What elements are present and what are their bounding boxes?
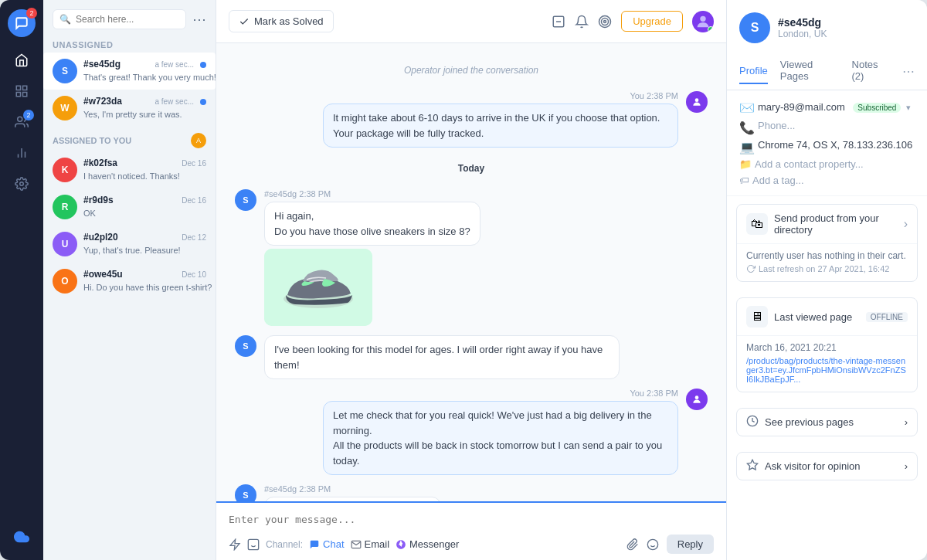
search-box[interactable]: 🔍 — [53, 9, 186, 29]
conv-name: #k02fsa — [83, 158, 117, 168]
more-options-button[interactable]: ⋯ — [192, 11, 206, 28]
see-previous-pages-button[interactable]: See previous pages › — [737, 409, 917, 436]
conv-name: #u2pl20 — [83, 232, 118, 243]
message-bubble: I've been looking for this model for age… — [264, 335, 620, 379]
conv-item-se45dg[interactable]: S #se45dg a few sec... That's great! Tha… — [43, 53, 216, 90]
phone-placeholder[interactable]: Phone... — [758, 120, 795, 131]
svg-point-14 — [700, 15, 705, 21]
system-message: Operator joined the conversation — [235, 65, 708, 76]
last-viewed-link[interactable]: /product/bag/products/the-vintage-messen… — [746, 356, 908, 384]
clock-icon — [746, 415, 759, 429]
message-input[interactable] — [229, 511, 714, 531]
message-content: #se45dg 2:38 PM Hi again,Do you have tho… — [264, 189, 480, 326]
conv-item-owe45u[interactable]: O #owe45u Dec 10 Hi. Do you have this gr… — [43, 263, 216, 300]
ask-opinion-card[interactable]: Ask visitor for opinion › — [736, 452, 918, 480]
emoji-panel-button[interactable] — [247, 538, 260, 551]
message-group: You 2:38 PM Let me check that for you re… — [235, 389, 708, 475]
message-content: You 2:38 PM Let me check that for you re… — [323, 389, 678, 475]
tab-notes[interactable]: Notes (2) — [852, 53, 890, 90]
add-contact-property-button[interactable]: 📁 Add a contact property... — [739, 158, 915, 170]
ask-opinion-row: Ask visitor for opinion — [746, 459, 861, 473]
assigned-avatar: A — [191, 133, 206, 148]
conv-time: Dec 12 — [182, 233, 206, 242]
online-status-dot — [708, 26, 714, 32]
conv-message: I haven't noticed. Thanks! — [83, 171, 180, 181]
send-product-card: 🛍 Send product from your directory › Cur… — [736, 204, 918, 282]
tab-more-button[interactable]: ⋯ — [902, 64, 915, 79]
conv-item-r9d9s[interactable]: R #r9d9s Dec 16 OK — [43, 188, 216, 226]
sidebar-item-home[interactable] — [8, 46, 36, 74]
message-bubble: Hi again,Do you have those olive sneaker… — [264, 202, 480, 246]
message-avatar — [686, 389, 708, 410]
svg-rect-2 — [23, 93, 27, 97]
profile-name: #se45dg — [778, 16, 827, 29]
sidebar-item-contacts[interactable]: 2 — [8, 108, 36, 136]
attachment-button[interactable] — [626, 538, 639, 551]
channel-label: Channel: — [266, 539, 303, 550]
search-input[interactable] — [76, 14, 179, 25]
svg-point-13 — [604, 20, 606, 22]
message-avatar — [686, 91, 708, 113]
channel-chat[interactable]: Chat — [309, 538, 344, 550]
send-product-card-header[interactable]: 🛍 Send product from your directory › — [737, 205, 917, 243]
svg-rect-0 — [16, 86, 20, 90]
tab-profile[interactable]: Profile — [739, 59, 768, 84]
chevron-right-icon: › — [905, 460, 908, 472]
header-search-button[interactable] — [552, 15, 565, 29]
svg-rect-1 — [23, 86, 27, 90]
conv-item-k02fsa[interactable]: K #k02fsa Dec 16 I haven't noticed. Than… — [43, 151, 216, 188]
sidebar-logo[interactable]: 2 — [8, 9, 36, 37]
star-icon — [746, 459, 759, 471]
message-header: #se45dg 2:38 PM — [264, 484, 441, 494]
last-viewed-card-header[interactable]: 🖥 Last viewed page OFFLINE — [737, 298, 917, 335]
mark-solved-button[interactable]: Mark as Solved — [229, 10, 334, 32]
email-value: mary-89@mail.com — [758, 101, 845, 113]
conv-name: #w723da — [83, 96, 122, 107]
message-content: #se45dg 2:38 PM That's great! Thank you … — [264, 484, 441, 501]
conv-info: #k02fsa Dec 16 I haven't noticed. Thanks… — [83, 158, 206, 182]
chat-channel-icon — [309, 539, 320, 550]
messenger-channel-label: Messenger — [409, 538, 459, 550]
email-channel-icon — [351, 539, 362, 550]
cart-empty-text: Currently user has nothing in their cart… — [746, 250, 908, 261]
reply-button[interactable]: Reply — [667, 535, 714, 554]
add-tag-button[interactable]: 🏷 Add a tag... — [739, 175, 915, 186]
svg-rect-20 — [248, 539, 258, 549]
phone-field: 📞 Phone... — [739, 120, 915, 133]
tab-viewed-pages[interactable]: Viewed Pages — [780, 53, 840, 90]
message-header: You 2:38 PM — [323, 389, 678, 398]
header-target-button[interactable] — [598, 15, 612, 29]
subscribed-dropdown[interactable]: ▾ — [906, 103, 911, 112]
svg-point-12 — [602, 18, 609, 25]
upgrade-button[interactable]: Upgrade — [621, 11, 683, 32]
see-previous-pages-card[interactable]: See previous pages › — [736, 408, 918, 436]
conv-item-u2pl20[interactable]: U #u2pl20 Dec 12 Yup, that's true. Pleas… — [43, 226, 216, 263]
unread-dot — [200, 62, 206, 68]
contacts-badge: 2 — [23, 110, 34, 120]
email-field: ✉️ mary-89@mail.com Subscribed ▾ — [739, 100, 915, 114]
conv-info: #w723da a few sec... Yes, I'm pretty sur… — [83, 96, 194, 120]
ask-opinion-button[interactable]: Ask visitor for opinion › — [737, 453, 917, 480]
last-refresh-text: Last refresh on 27 Apr 2021, 16:42 — [759, 264, 889, 273]
profile-location: London, UK — [778, 29, 827, 39]
emoji-button[interactable] — [647, 538, 659, 551]
sidebar-item-reports[interactable] — [8, 139, 36, 167]
subscribed-badge: Subscribed — [853, 103, 901, 113]
sidebar-item-settings[interactable] — [8, 170, 36, 198]
assigned-header: Assigned to you A — [43, 127, 216, 151]
message-content: You 2:38 PM It might take about 6-10 day… — [323, 91, 678, 148]
conv-item-w723da[interactable]: W #w723da a few sec... Yes, I'm pretty s… — [43, 90, 216, 127]
chevron-right-icon: › — [905, 416, 908, 428]
sidebar-item-automation[interactable] — [8, 77, 36, 105]
svg-marker-19 — [230, 539, 239, 549]
svg-point-21 — [647, 539, 657, 549]
sidebar-cloud-icon[interactable] — [8, 523, 36, 551]
conv-time: Dec 10 — [182, 270, 206, 279]
channel-email[interactable]: Email — [351, 538, 390, 550]
chat-messages: Operator joined the conversation You 2:3… — [216, 43, 726, 501]
channel-messenger[interactable]: Messenger — [396, 538, 459, 550]
lightning-button[interactable] — [229, 538, 241, 551]
header-bell-button[interactable] — [575, 15, 589, 29]
send-product-title: Send product from your directory — [774, 212, 898, 236]
assigned-label: Assigned to you — [53, 136, 131, 145]
